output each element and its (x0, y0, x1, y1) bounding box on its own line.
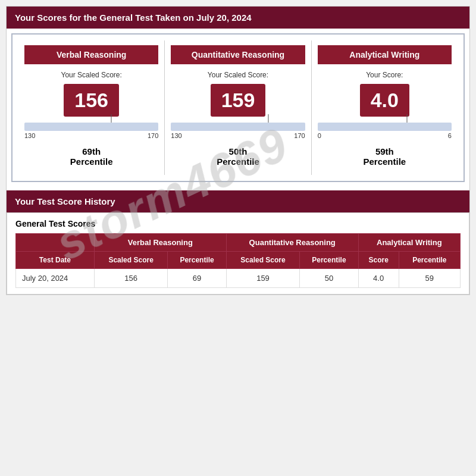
scale-marker-quantitative (268, 108, 268, 123)
scale-min-quantitative: 130 (171, 132, 181, 139)
scale-labels-verbal: 130 170 (24, 132, 158, 139)
scale-bar-container-writing: 0 6 (318, 123, 452, 139)
table-row: July 20, 202415669159504.059 (16, 268, 461, 287)
scale-bar-container-quantitative: 130 170 (171, 123, 305, 139)
scale-max-quantitative: 170 (294, 132, 305, 139)
percentile-writing: 59thPercentile (363, 146, 406, 167)
card-title-quantitative: Quantitative Reasoning (171, 45, 305, 64)
cell-r0-c2: 69 (168, 268, 226, 287)
col-group-Verbal Reasoning: Verbal Reasoning (94, 233, 226, 251)
cell-r0-c4: 50 (300, 268, 358, 287)
col-group-Analytical Writing: Analytical Writing (358, 233, 460, 251)
scale-marker-writing (406, 108, 407, 123)
scale-marker-verbal (111, 108, 112, 123)
general-test-label: General Test Scores (15, 219, 461, 228)
score-cards-wrapper: Verbal Reasoning Your Scaled Score: 156 … (11, 33, 465, 182)
cell-r0-c3: 159 (226, 268, 300, 287)
sub-header-3: Scaled Score (226, 251, 300, 268)
cell-r0-c6: 59 (399, 268, 460, 287)
marker-line-quantitative (268, 114, 268, 123)
history-table: Verbal ReasoningQuantitative ReasoningAn… (15, 233, 461, 288)
scale-bar-quantitative (171, 123, 305, 131)
history-header: Your Test Score History (7, 190, 469, 212)
score-label-verbal: Your Scaled Score: (61, 70, 122, 80)
cell-r0-c5: 4.0 (358, 268, 399, 287)
scale-labels-quantitative: 130 170 (171, 132, 305, 139)
card-title-verbal: Verbal Reasoning (24, 45, 158, 64)
history-section: Your Test Score History General Test Sco… (7, 190, 469, 295)
percentile-verbal: 69thPercentile (70, 146, 113, 167)
scale-bar-writing (318, 123, 452, 131)
top-section-header: Your Scores for the General Test Taken o… (7, 7, 469, 29)
scale-max-writing: 6 (448, 132, 452, 139)
scale-min-writing: 0 (318, 132, 321, 139)
cell-r0-c1: 156 (94, 268, 168, 287)
card-title-writing: Analytical Writing (318, 45, 452, 64)
top-score-section: Your Scores for the General Test Taken o… (7, 7, 469, 182)
score-label-quantitative: Your Scaled Score: (208, 70, 268, 80)
sub-header-5: Score (358, 251, 399, 268)
marker-line-verbal (111, 114, 112, 123)
marker-line-writing (406, 114, 407, 123)
score-value-quantitative: 159 (211, 84, 266, 117)
col-group-date (16, 233, 95, 251)
score-card-writing: Analytical Writing Your Score: 4.0 0 6 5… (312, 40, 458, 175)
sub-header-4: Percentile (300, 251, 358, 268)
scale-labels-writing: 0 6 (318, 132, 452, 139)
col-group-Quantitative Reasoning: Quantitative Reasoning (226, 233, 358, 251)
sub-header-0: Test Date (16, 251, 95, 268)
score-value-writing: 4.0 (360, 84, 409, 117)
cell-r0-c0: July 20, 2024 (16, 268, 95, 287)
sub-header-2: Percentile (168, 251, 226, 268)
main-container: Your Scores for the General Test Taken o… (6, 6, 470, 295)
scale-max-verbal: 170 (148, 132, 158, 139)
score-label-writing: Your Score: (366, 70, 403, 80)
history-content: General Test Scores Verbal ReasoningQuan… (7, 212, 469, 295)
score-card-verbal: Verbal Reasoning Your Scaled Score: 156 … (18, 40, 165, 175)
scale-bar-verbal (24, 123, 158, 131)
scale-min-verbal: 130 (24, 132, 35, 139)
scale-bar-container-verbal: 130 170 (24, 123, 158, 139)
sub-header-6: Percentile (399, 251, 460, 268)
score-card-quantitative: Quantitative Reasoning Your Scaled Score… (165, 40, 311, 175)
percentile-quantitative: 50thPercentile (217, 146, 259, 167)
sub-header-1: Scaled Score (94, 251, 168, 268)
